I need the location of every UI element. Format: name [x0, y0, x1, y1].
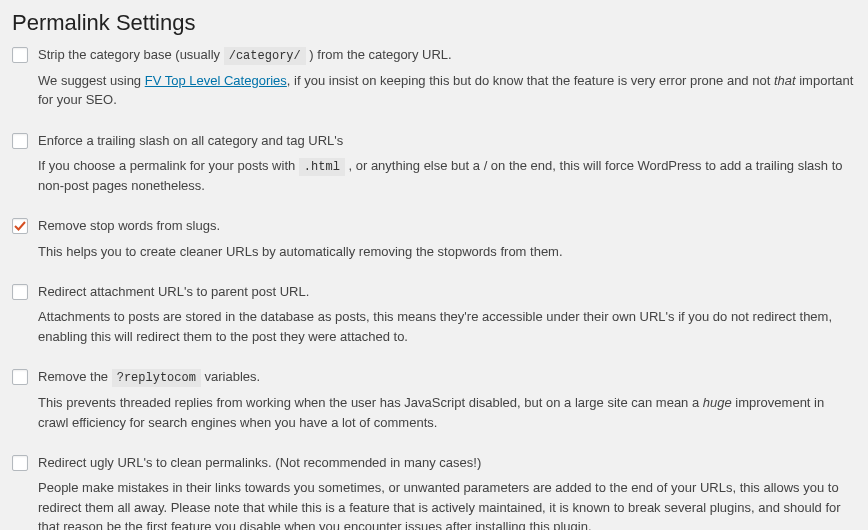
- setting-label: Remove stop words from slugs.: [38, 217, 220, 235]
- page-title: Permalink Settings: [12, 10, 856, 36]
- setting-label: Redirect ugly URL's to clean permalinks.…: [38, 454, 481, 472]
- setting-label: Redirect attachment URL's to parent post…: [38, 283, 309, 301]
- setting-description: This prevents threaded replies from work…: [38, 393, 856, 432]
- setting-description: Attachments to posts are stored in the d…: [38, 307, 856, 346]
- setting-label: Enforce a trailing slash on all category…: [38, 132, 343, 150]
- setting-description: We suggest using FV Top Level Categories…: [38, 71, 856, 110]
- setting-label: Remove the ?replytocom variables.: [38, 368, 260, 387]
- link-fv-top-level-categories[interactable]: FV Top Level Categories: [145, 73, 287, 88]
- checkbox-strip-category-base[interactable]: [12, 47, 28, 63]
- setting-redirect-attachment: Redirect attachment URL's to parent post…: [12, 283, 856, 346]
- code-html-ext: .html: [299, 158, 345, 176]
- setting-strip-category-base: Strip the category base (usually /catego…: [12, 46, 856, 110]
- permalink-settings-panel: Permalink Settings Strip the category ba…: [0, 0, 868, 530]
- setting-label: Strip the category base (usually /catego…: [38, 46, 452, 65]
- checkbox-remove-stop-words[interactable]: [12, 218, 28, 234]
- setting-description: This helps you to create cleaner URLs by…: [38, 242, 856, 262]
- code-category: /category/: [224, 47, 306, 65]
- checkbox-enforce-trailing-slash[interactable]: [12, 133, 28, 149]
- checkbox-redirect-ugly-urls[interactable]: [12, 455, 28, 471]
- setting-description: People make mistakes in their links towa…: [38, 478, 856, 530]
- setting-enforce-trailing-slash: Enforce a trailing slash on all category…: [12, 132, 856, 196]
- setting-redirect-ugly-urls: Redirect ugly URL's to clean permalinks.…: [12, 454, 856, 530]
- checkbox-remove-replytocom[interactable]: [12, 369, 28, 385]
- checkbox-redirect-attachment[interactable]: [12, 284, 28, 300]
- code-replytocom: ?replytocom: [112, 369, 201, 387]
- setting-description: If you choose a permalink for your posts…: [38, 156, 856, 196]
- setting-remove-stop-words: Remove stop words from slugs. This helps…: [12, 217, 856, 261]
- setting-remove-replytocom: Remove the ?replytocom variables. This p…: [12, 368, 856, 432]
